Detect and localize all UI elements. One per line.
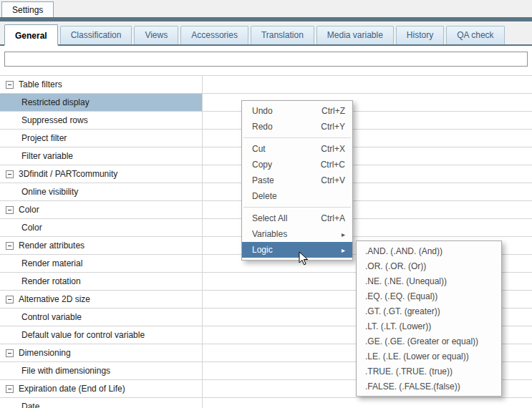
row-label: Color <box>19 205 39 215</box>
row-label: Default value for control variable <box>21 330 145 340</box>
menu-item-logic[interactable]: Logic ▸ <box>242 242 352 258</box>
menu-item-paste[interactable]: Paste Ctrl+V <box>242 173 352 188</box>
row-label: 3Dfindit / PARTcommunity <box>19 169 117 179</box>
row-label: Online visibility <box>21 187 78 197</box>
filter-row <box>0 46 532 67</box>
menu-item-delete[interactable]: Delete <box>242 188 352 204</box>
logic-submenu: .AND. (.AND. (And)) .OR. (.OR. (Or)) .NE… <box>356 241 502 397</box>
submenu-item-lt[interactable]: .LT. (.LT. (Lower)) <box>357 319 501 334</box>
filter-input[interactable] <box>4 52 528 67</box>
row-label: Expiration date (End of Life) <box>19 384 125 394</box>
menu-item-copy[interactable]: Copy Ctrl+C <box>242 157 352 173</box>
row-label: Suppressed rows <box>21 115 88 125</box>
collapse-icon[interactable] <box>6 296 14 303</box>
menu-item-variables[interactable]: Variables ▸ <box>242 226 352 242</box>
row-label: Dimensioning <box>19 348 71 358</box>
submenu-item-le[interactable]: .LE. (.LE. (Lower or equal)) <box>357 349 501 364</box>
tab-general[interactable]: General <box>4 24 58 46</box>
document-tab-settings[interactable]: Settings <box>1 1 54 17</box>
row-label: Restricted display <box>21 97 90 107</box>
submenu-item-true[interactable]: .TRUE. (.TRUE. (true)) <box>357 364 501 379</box>
submenu-item-or[interactable]: .OR. (.OR. (Or)) <box>357 258 501 273</box>
tab-views[interactable]: Views <box>134 26 178 44</box>
tab-qa-check[interactable]: QA check <box>446 26 504 44</box>
menu-item-cut[interactable]: Cut Ctrl+X <box>242 141 352 157</box>
collapse-icon[interactable] <box>6 81 14 89</box>
collapse-icon[interactable] <box>6 206 14 214</box>
menu-item-redo[interactable]: Redo Ctrl+Y <box>242 119 352 135</box>
tab-strip: General Classification Views Accessories… <box>0 21 532 46</box>
menu-separator <box>243 137 351 138</box>
row-label: Project filter <box>21 133 67 143</box>
submenu-item-ge[interactable]: .GE. (.GE. (Greater or equal)) <box>357 334 501 349</box>
tab-translation[interactable]: Translation <box>251 26 314 44</box>
row-label: Alternative 2D size <box>19 294 90 304</box>
table-row-table-filters[interactable]: Table filters <box>0 76 532 94</box>
submenu-item-eq[interactable]: .EQ. (.EQ. (Equal)) <box>357 288 501 303</box>
row-label: Control variable <box>21 312 82 322</box>
submenu-arrow-icon: ▸ <box>342 246 345 254</box>
menu-item-undo[interactable]: Undo Ctrl+Z <box>242 103 352 119</box>
collapse-icon[interactable] <box>6 349 14 357</box>
submenu-item-and[interactable]: .AND. (.AND. (And)) <box>357 243 501 258</box>
row-label: Color <box>21 223 42 233</box>
context-menu: Undo Ctrl+Z Redo Ctrl+Y Cut Ctrl+X Copy … <box>241 100 353 261</box>
menu-item-select-all[interactable]: Select All Ctrl+A <box>242 210 352 226</box>
tab-media-variable[interactable]: Media variable <box>316 26 394 44</box>
submenu-arrow-icon: ▸ <box>342 230 345 238</box>
tab-classification[interactable]: Classification <box>60 26 132 44</box>
tab-accessories[interactable]: Accessories <box>180 26 248 44</box>
settings-window: { "titlebar": { "tab": "Settings" }, "ta… <box>0 0 532 408</box>
menu-separator <box>243 207 351 208</box>
collapse-icon[interactable] <box>6 385 14 393</box>
table-row-date[interactable]: Date <box>0 398 532 408</box>
row-label: Date <box>21 402 39 408</box>
row-label: Table filters <box>19 79 62 89</box>
submenu-item-false[interactable]: .FALSE. (.FALSE.(false)) <box>357 379 501 394</box>
submenu-item-ne[interactable]: .NE. (.NE. (Unequal)) <box>357 273 501 288</box>
title-tab-bar: Settings <box>0 0 532 17</box>
row-label: Render material <box>21 258 82 268</box>
row-label: Render rotation <box>21 276 81 286</box>
tab-history[interactable]: History <box>396 26 444 44</box>
row-label: Render attributes <box>19 241 84 251</box>
collapse-icon[interactable] <box>6 170 14 178</box>
row-value-cell[interactable] <box>203 398 532 408</box>
submenu-item-gt[interactable]: .GT. (.GT. (greater)) <box>357 303 501 319</box>
row-label: File with dimensionings <box>21 366 110 376</box>
row-value-cell[interactable] <box>203 76 532 93</box>
row-label: Filter variable <box>21 151 73 161</box>
collapse-icon[interactable] <box>6 242 14 250</box>
